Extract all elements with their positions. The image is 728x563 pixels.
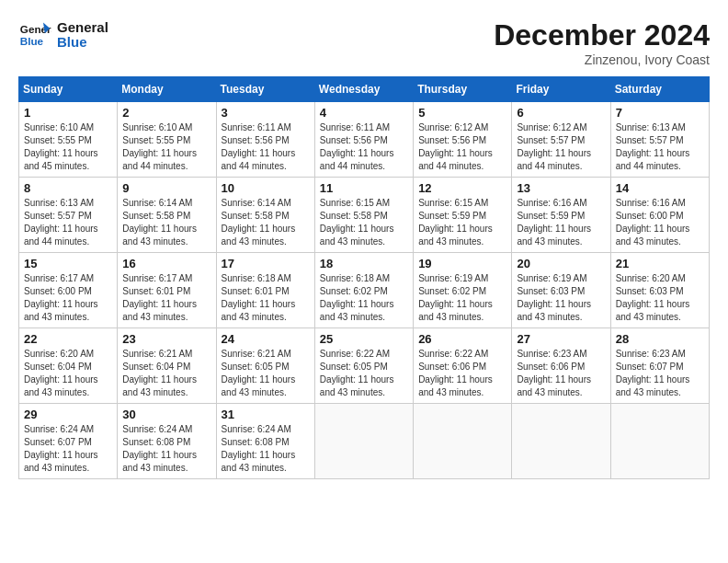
daylight-label: Daylight: 11 hours and 44 minutes. bbox=[24, 224, 98, 247]
day-info: Sunrise: 6:15 AM Sunset: 5:59 PM Dayligh… bbox=[418, 197, 506, 248]
day-cell-13: 13 Sunrise: 6:16 AM Sunset: 5:59 PM Dayl… bbox=[512, 178, 610, 253]
sunset-label: Sunset: 5:58 PM bbox=[122, 211, 190, 221]
sunrise-label: Sunrise: 6:17 AM bbox=[122, 273, 192, 283]
sunset-label: Sunset: 6:01 PM bbox=[222, 286, 290, 296]
empty-cell bbox=[314, 404, 413, 479]
daylight-label: Daylight: 11 hours and 43 minutes. bbox=[24, 374, 98, 397]
sunrise-label: Sunrise: 6:21 AM bbox=[122, 349, 192, 359]
daylight-label: Daylight: 11 hours and 43 minutes. bbox=[122, 450, 197, 473]
sunrise-label: Sunrise: 6:22 AM bbox=[418, 349, 488, 359]
day-cell-30: 30 Sunrise: 6:24 AM Sunset: 6:08 PM Dayl… bbox=[118, 404, 216, 479]
day-number: 14 bbox=[616, 181, 704, 195]
day-cell-12: 12 Sunrise: 6:15 AM Sunset: 5:59 PM Dayl… bbox=[414, 178, 512, 253]
day-cell-24: 24 Sunrise: 6:21 AM Sunset: 6:05 PM Dayl… bbox=[216, 328, 314, 404]
daylight-label: Daylight: 11 hours and 45 minutes. bbox=[24, 148, 98, 171]
day-cell-27: 27 Sunrise: 6:23 AM Sunset: 6:06 PM Dayl… bbox=[512, 328, 610, 404]
day-info: Sunrise: 6:19 AM Sunset: 6:03 PM Dayligh… bbox=[517, 272, 605, 324]
col-header-sunday: Sunday bbox=[19, 77, 118, 102]
daylight-label: Daylight: 11 hours and 44 minutes. bbox=[418, 148, 493, 171]
daylight-label: Daylight: 11 hours and 44 minutes. bbox=[616, 148, 690, 171]
day-info: Sunrise: 6:15 AM Sunset: 5:58 PM Dayligh… bbox=[320, 197, 408, 248]
day-info: Sunrise: 6:17 AM Sunset: 6:00 PM Dayligh… bbox=[24, 272, 112, 324]
sunrise-label: Sunrise: 6:18 AM bbox=[320, 273, 390, 283]
day-number: 23 bbox=[122, 332, 210, 346]
day-info: Sunrise: 6:24 AM Sunset: 6:07 PM Dayligh… bbox=[24, 423, 112, 475]
day-cell-19: 19 Sunrise: 6:19 AM Sunset: 6:02 PM Dayl… bbox=[414, 253, 512, 328]
daylight-label: Daylight: 11 hours and 43 minutes. bbox=[418, 224, 493, 247]
day-info: Sunrise: 6:20 AM Sunset: 6:04 PM Dayligh… bbox=[24, 348, 112, 399]
daylight-label: Daylight: 11 hours and 43 minutes. bbox=[616, 299, 690, 322]
sunrise-label: Sunrise: 6:21 AM bbox=[222, 349, 291, 359]
daylight-label: Daylight: 11 hours and 43 minutes. bbox=[122, 224, 197, 247]
day-number: 6 bbox=[517, 106, 605, 120]
day-info: Sunrise: 6:24 AM Sunset: 6:08 PM Dayligh… bbox=[122, 423, 210, 475]
day-number: 16 bbox=[122, 257, 210, 270]
day-cell-3: 3 Sunrise: 6:11 AM Sunset: 5:56 PM Dayli… bbox=[216, 102, 314, 178]
day-cell-5: 5 Sunrise: 6:12 AM Sunset: 5:56 PM Dayli… bbox=[414, 102, 512, 178]
day-info: Sunrise: 6:18 AM Sunset: 6:01 PM Dayligh… bbox=[222, 272, 310, 324]
day-number: 27 bbox=[517, 332, 605, 346]
day-info: Sunrise: 6:19 AM Sunset: 6:02 PM Dayligh… bbox=[418, 272, 506, 324]
daylight-label: Daylight: 11 hours and 43 minutes. bbox=[320, 224, 394, 247]
day-number: 20 bbox=[517, 257, 605, 270]
day-cell-9: 9 Sunrise: 6:14 AM Sunset: 5:58 PM Dayli… bbox=[118, 178, 216, 253]
day-number: 21 bbox=[616, 257, 704, 270]
day-number: 19 bbox=[418, 257, 506, 270]
sunset-label: Sunset: 6:05 PM bbox=[222, 362, 290, 372]
day-number: 22 bbox=[24, 332, 112, 346]
day-info: Sunrise: 6:20 AM Sunset: 6:03 PM Dayligh… bbox=[616, 272, 704, 324]
day-number: 26 bbox=[418, 332, 506, 346]
sunset-label: Sunset: 6:01 PM bbox=[122, 286, 190, 296]
sunrise-label: Sunrise: 6:18 AM bbox=[222, 273, 291, 283]
col-header-saturday: Saturday bbox=[610, 77, 709, 102]
day-number: 1 bbox=[24, 106, 112, 120]
sunset-label: Sunset: 6:06 PM bbox=[517, 362, 585, 372]
sunset-label: Sunset: 6:02 PM bbox=[320, 286, 388, 296]
day-number: 10 bbox=[222, 181, 310, 195]
day-cell-21: 21 Sunrise: 6:20 AM Sunset: 6:03 PM Dayl… bbox=[610, 253, 709, 328]
sunrise-label: Sunrise: 6:17 AM bbox=[24, 273, 94, 283]
sunset-label: Sunset: 6:03 PM bbox=[517, 286, 585, 296]
day-cell-16: 16 Sunrise: 6:17 AM Sunset: 6:01 PM Dayl… bbox=[118, 253, 216, 328]
sunset-label: Sunset: 6:08 PM bbox=[222, 437, 290, 447]
daylight-label: Daylight: 11 hours and 43 minutes. bbox=[517, 374, 591, 397]
sunset-label: Sunset: 6:06 PM bbox=[418, 362, 486, 372]
col-header-thursday: Thursday bbox=[414, 77, 512, 102]
day-number: 29 bbox=[24, 408, 112, 421]
empty-cell bbox=[512, 404, 610, 479]
day-info: Sunrise: 6:17 AM Sunset: 6:01 PM Dayligh… bbox=[122, 272, 210, 324]
day-cell-1: 1 Sunrise: 6:10 AM Sunset: 5:55 PM Dayli… bbox=[19, 102, 118, 178]
svg-text:Blue: Blue bbox=[20, 35, 44, 47]
day-cell-4: 4 Sunrise: 6:11 AM Sunset: 5:56 PM Dayli… bbox=[314, 102, 413, 178]
day-number: 3 bbox=[222, 106, 310, 120]
day-cell-23: 23 Sunrise: 6:21 AM Sunset: 6:04 PM Dayl… bbox=[118, 328, 216, 404]
day-cell-2: 2 Sunrise: 6:10 AM Sunset: 5:55 PM Dayli… bbox=[118, 102, 216, 178]
daylight-label: Daylight: 11 hours and 43 minutes. bbox=[517, 224, 591, 247]
daylight-label: Daylight: 11 hours and 44 minutes. bbox=[122, 148, 197, 171]
sunset-label: Sunset: 5:57 PM bbox=[616, 135, 684, 145]
sunrise-label: Sunrise: 6:11 AM bbox=[222, 122, 291, 132]
day-cell-11: 11 Sunrise: 6:15 AM Sunset: 5:58 PM Dayl… bbox=[314, 178, 413, 253]
daylight-label: Daylight: 11 hours and 44 minutes. bbox=[517, 148, 591, 171]
day-cell-6: 6 Sunrise: 6:12 AM Sunset: 5:57 PM Dayli… bbox=[512, 102, 610, 178]
day-cell-20: 20 Sunrise: 6:19 AM Sunset: 6:03 PM Dayl… bbox=[512, 253, 610, 328]
empty-cell bbox=[610, 404, 709, 479]
day-number: 30 bbox=[122, 408, 210, 421]
day-cell-18: 18 Sunrise: 6:18 AM Sunset: 6:02 PM Dayl… bbox=[314, 253, 413, 328]
sunrise-label: Sunrise: 6:15 AM bbox=[418, 198, 488, 208]
sunset-label: Sunset: 5:58 PM bbox=[320, 211, 388, 221]
daylight-label: Daylight: 11 hours and 44 minutes. bbox=[222, 148, 296, 171]
sunrise-label: Sunrise: 6:10 AM bbox=[24, 122, 94, 132]
day-info: Sunrise: 6:23 AM Sunset: 6:07 PM Dayligh… bbox=[616, 348, 704, 399]
day-info: Sunrise: 6:23 AM Sunset: 6:06 PM Dayligh… bbox=[517, 348, 605, 399]
day-cell-14: 14 Sunrise: 6:16 AM Sunset: 6:00 PM Dayl… bbox=[610, 178, 709, 253]
day-info: Sunrise: 6:13 AM Sunset: 5:57 PM Dayligh… bbox=[24, 197, 112, 248]
daylight-label: Daylight: 11 hours and 43 minutes. bbox=[222, 374, 296, 397]
day-number: 7 bbox=[616, 106, 704, 120]
day-number: 24 bbox=[222, 332, 310, 346]
daylight-label: Daylight: 11 hours and 43 minutes. bbox=[616, 374, 690, 397]
sunset-label: Sunset: 6:00 PM bbox=[24, 286, 92, 296]
day-cell-8: 8 Sunrise: 6:13 AM Sunset: 5:57 PM Dayli… bbox=[19, 178, 118, 253]
sunrise-label: Sunrise: 6:20 AM bbox=[24, 349, 94, 359]
calendar-table: SundayMondayTuesdayWednesdayThursdayFrid… bbox=[18, 76, 710, 479]
